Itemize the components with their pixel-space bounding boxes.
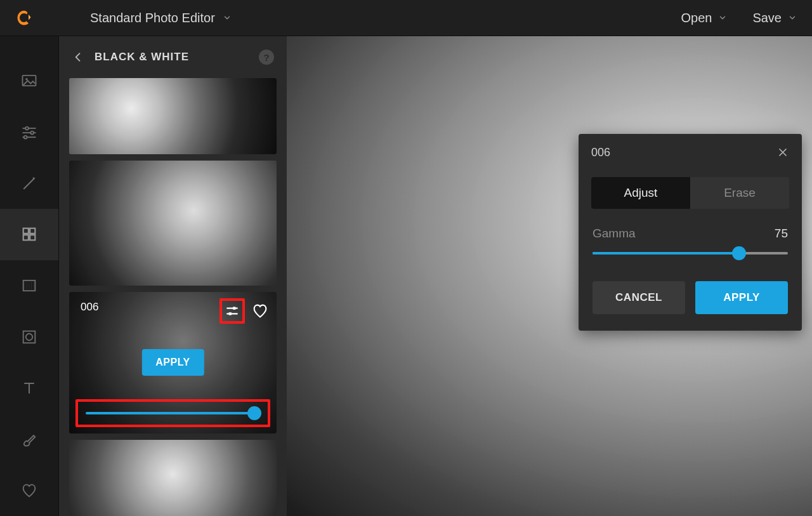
- effect-intensity-slider[interactable]: [75, 399, 270, 427]
- effect-thumb[interactable]: [69, 440, 277, 516]
- gamma-label: Gamma: [593, 227, 636, 241]
- cancel-button[interactable]: CANCEL: [593, 281, 685, 314]
- sliders-icon: [20, 123, 38, 141]
- image-icon: [20, 72, 38, 89]
- apply-effect-button[interactable]: APPLY: [141, 349, 204, 376]
- slider-knob[interactable]: [247, 406, 261, 420]
- rail-magic[interactable]: [0, 157, 58, 209]
- close-icon: [776, 146, 789, 159]
- heart-icon: [20, 482, 38, 499]
- canvas[interactable]: 006 Adjust Erase Gamma 75: [287, 36, 812, 516]
- chevron-down-icon: [718, 13, 727, 22]
- rail-image[interactable]: [0, 55, 58, 107]
- svg-rect-18: [229, 313, 232, 315]
- effect-label: 006: [81, 301, 98, 314]
- apply-button[interactable]: APPLY: [695, 281, 788, 314]
- svg-point-1: [25, 78, 28, 81]
- rail-crop[interactable]: [0, 260, 58, 312]
- svg-rect-9: [30, 228, 35, 234]
- open-label: Open: [681, 11, 712, 25]
- tab-erase[interactable]: Erase: [690, 177, 789, 209]
- gamma-fill: [593, 252, 739, 255]
- svg-rect-8: [23, 228, 29, 234]
- rail-favorites[interactable]: [0, 465, 58, 516]
- tool-rail: [0, 36, 58, 516]
- rail-text[interactable]: [0, 362, 58, 414]
- circle-frame-icon: [20, 328, 38, 346]
- svg-point-3: [25, 127, 29, 130]
- rail-vignette[interactable]: [0, 311, 58, 362]
- magic-wand-icon: [20, 175, 38, 192]
- panel-header: BLACK & WHITE ?: [59, 36, 287, 78]
- sliders-icon: [224, 303, 240, 319]
- tab-adjust[interactable]: Adjust: [591, 177, 690, 209]
- app-logo: [15, 9, 33, 27]
- svg-rect-13: [23, 331, 36, 343]
- svg-rect-10: [23, 235, 29, 241]
- rail-adjust[interactable]: [0, 107, 58, 158]
- gamma-value: 75: [775, 227, 788, 241]
- grid-icon: [20, 225, 38, 243]
- app-title-dropdown[interactable]: Standard Photo Editor: [90, 11, 232, 25]
- rail-brush[interactable]: [0, 414, 58, 465]
- app-title-label: Standard Photo Editor: [90, 11, 215, 25]
- effect-settings-button[interactable]: [219, 298, 245, 324]
- chevron-down-icon: [788, 13, 797, 22]
- svg-point-7: [24, 136, 27, 139]
- rail-effects[interactable]: [0, 209, 58, 260]
- favorite-button[interactable]: [251, 302, 269, 320]
- back-button[interactable]: [72, 51, 84, 63]
- brush-icon: [20, 430, 38, 448]
- mode-tabs: Adjust Erase: [591, 177, 789, 209]
- svg-rect-11: [30, 235, 35, 241]
- text-icon: [20, 379, 38, 397]
- open-button[interactable]: Open: [681, 11, 727, 25]
- levels-icon: [20, 277, 38, 294]
- panel-title: BLACK & WHITE: [95, 51, 189, 63]
- effect-thumb[interactable]: [69, 161, 277, 286]
- topbar: Standard Photo Editor Open Save: [0, 0, 812, 36]
- effect-thumb[interactable]: [69, 78, 277, 154]
- svg-point-5: [30, 131, 34, 135]
- popup-title: 006: [591, 146, 610, 159]
- svg-point-14: [26, 333, 33, 340]
- save-button[interactable]: Save: [752, 11, 797, 25]
- slider-knob[interactable]: [732, 246, 746, 260]
- help-button[interactable]: ?: [259, 50, 274, 65]
- save-label: Save: [752, 11, 782, 25]
- close-button[interactable]: [776, 146, 789, 159]
- effects-panel: BLACK & WHITE ? 006: [58, 36, 287, 516]
- gamma-slider[interactable]: [593, 252, 788, 255]
- svg-rect-16: [233, 307, 235, 310]
- effects-list[interactable]: 006 APPLY: [59, 78, 287, 516]
- chevron-down-icon: [223, 13, 232, 22]
- adjust-popup: 006 Adjust Erase Gamma 75: [579, 134, 802, 331]
- effect-thumb-selected[interactable]: 006 APPLY: [69, 292, 277, 433]
